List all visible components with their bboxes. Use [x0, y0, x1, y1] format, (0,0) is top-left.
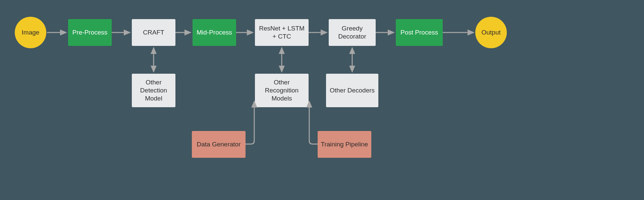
node-postprocess: Post Process [396, 19, 443, 46]
node-trainpipe-label: Training Pipeline [321, 140, 368, 148]
node-postprocess-label: Post Process [400, 28, 438, 37]
node-datagen: Data Generator [192, 131, 246, 158]
node-image-label: Image [22, 28, 40, 37]
node-greedy-label: Greedy Decorator [331, 24, 373, 41]
node-trainpipe: Training Pipeline [318, 131, 371, 158]
node-otherrecog-label: Other Recognition Models [258, 78, 306, 102]
node-greedy: Greedy Decorator [329, 19, 376, 46]
arrow-datagen-otherrecog [246, 102, 254, 144]
node-preprocess: Pre-Process [68, 19, 112, 46]
node-otherdecode: Other Decoders [326, 74, 378, 107]
node-otherrecog: Other Recognition Models [255, 74, 309, 107]
node-resnet: ResNet + LSTM + CTC [255, 19, 309, 46]
node-datagen-label: Data Generator [197, 140, 241, 148]
arrow-trainpipe-otherrecog [309, 102, 318, 144]
node-otherdetect-label: Other Detection Model [135, 78, 173, 102]
node-otherdetect: Other Detection Model [132, 74, 175, 107]
node-otherdecode-label: Other Decoders [330, 86, 375, 94]
node-output-label: Output [481, 28, 500, 37]
node-resnet-label: ResNet + LSTM + CTC [258, 24, 306, 41]
node-preprocess-label: Pre-Process [72, 28, 108, 37]
node-output: Output [475, 17, 507, 48]
node-midprocess: Mid-Process [193, 19, 236, 46]
node-midprocess-label: Mid-Process [197, 28, 232, 37]
node-image: Image [15, 17, 46, 48]
node-craft: CRAFT [132, 19, 175, 46]
node-craft-label: CRAFT [143, 28, 164, 37]
